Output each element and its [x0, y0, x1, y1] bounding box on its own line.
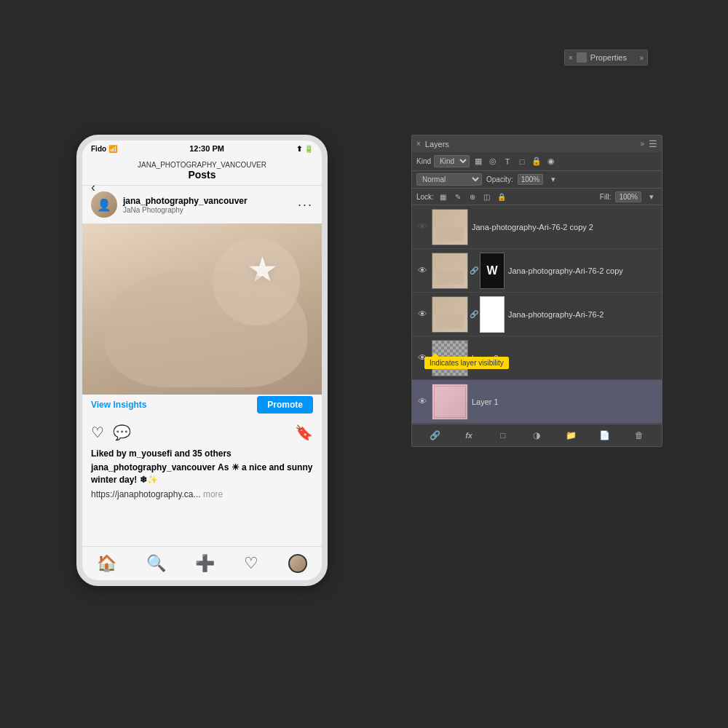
- properties-expand-button[interactable]: »: [639, 54, 644, 62]
- search-nav-icon[interactable]: 🔍: [146, 554, 166, 573]
- smart-filter-icon[interactable]: ◉: [545, 156, 557, 167]
- ig-promote-row: View Insights Promote: [82, 395, 322, 418]
- layer-name: Layer 1: [472, 397, 657, 406]
- battery-icon: 🔋: [304, 145, 313, 153]
- like-button[interactable]: ♡: [91, 424, 104, 441]
- kind-dropdown[interactable]: Kind: [434, 155, 470, 167]
- opacity-value[interactable]: 100%: [518, 174, 544, 185]
- status-bar: Fido 📶 12:30 PM ⬆ 🔋: [82, 141, 322, 157]
- user-info: jana_photography_vancouver JaNa Photogra…: [123, 196, 292, 214]
- properties-title: Properties: [590, 53, 627, 62]
- adjustment-filter-icon[interactable]: ◎: [487, 156, 499, 167]
- layer-name: Jana-photography-Ari-76-2 copy: [508, 266, 657, 275]
- ig-posts-title: Posts: [91, 169, 313, 181]
- layer-thumbnail: [432, 209, 468, 245]
- phone-mockup: Fido 📶 12:30 PM ⬆ 🔋 ‹ JANA_PHOTOGRAPHY_V…: [76, 135, 328, 586]
- layer-item[interactable]: 👁 🔗 Jana-photography-Ari-76-2: [412, 293, 662, 336]
- layers-title-left: × Layers: [416, 140, 449, 149]
- layer-item[interactable]: 👁 🔗 W Jana-photography-Ari-76-2 copy: [412, 249, 662, 293]
- lock-row: Lock: ▦ ✎ ⊕ ◫ 🔒 Fill: 100% ▾: [412, 189, 662, 205]
- shape-filter-icon[interactable]: □: [516, 156, 528, 167]
- avatar: 👤: [91, 191, 117, 218]
- ig-post-header: 👤 jana_photography_vancouver JaNa Photog…: [82, 186, 322, 223]
- status-right: ⬆ 🔋: [296, 145, 313, 153]
- layer-thumbnail-pair: 🔗: [432, 296, 505, 333]
- ig-actions: ♡ 💬 🔖: [82, 418, 322, 447]
- layer-thumbnail: [432, 384, 468, 420]
- new-group-icon[interactable]: 📁: [563, 428, 578, 443]
- kind-label: Kind: [416, 157, 431, 165]
- fill-arrow-icon[interactable]: ▾: [646, 191, 657, 202]
- lock-label: Lock:: [416, 193, 434, 201]
- ig-post-image: ★: [82, 223, 322, 395]
- ig-likes: Liked by m_yousefi and 35 others: [82, 447, 322, 460]
- opacity-label: Opacity:: [486, 175, 513, 183]
- layer-item[interactable]: 👁 Layer 1: [412, 380, 662, 424]
- comment-button[interactable]: 💬: [113, 424, 131, 441]
- visibility-icon-layer3[interactable]: 👁: [416, 309, 428, 320]
- pixel-filter-icon[interactable]: ▦: [472, 156, 484, 167]
- lock-lock-icon[interactable]: 🔒: [496, 191, 507, 202]
- layer-thumbnail-pair: 🔗 W: [432, 253, 505, 289]
- properties-titlebar: × Properties »: [565, 50, 647, 65]
- promote-button[interactable]: Promote: [257, 396, 313, 414]
- time-display: 12:30 PM: [189, 144, 224, 153]
- fx-icon[interactable]: fx: [462, 428, 476, 443]
- profile-nav-avatar[interactable]: [288, 554, 307, 573]
- wifi-icon: 📶: [108, 145, 117, 153]
- layers-panel: × Layers » ☰ Kind Kind ▦ ◎ T □ 🔒 ◉ Norma…: [411, 135, 662, 447]
- layers-title: Layers: [425, 140, 449, 149]
- layers-menu-icon[interactable]: ☰: [649, 138, 657, 149]
- layers-titlebar: × Layers » ☰: [412, 135, 662, 152]
- adjustment-icon[interactable]: ◑: [529, 428, 544, 443]
- lock-artboard-icon[interactable]: ⊕: [467, 191, 478, 202]
- more-link[interactable]: more: [203, 489, 223, 499]
- back-button[interactable]: ‹: [91, 180, 95, 195]
- properties-icon: [577, 52, 587, 63]
- lock-filter-icon[interactable]: 🔒: [531, 156, 542, 167]
- layer-name: Jana-photography-Ari-76-2: [508, 310, 657, 319]
- blend-row: Normal Opacity: 100% ▾: [412, 171, 662, 189]
- link-icon: 🔗: [470, 296, 478, 333]
- layers-close-button[interactable]: ×: [416, 140, 421, 148]
- ig-caption: jana_photography_vancouver As ☀ a nice a…: [82, 460, 322, 488]
- visibility-icon-layer1[interactable]: 👁: [416, 221, 428, 232]
- fill-value[interactable]: 100%: [615, 191, 641, 202]
- layers-bottom-toolbar: 🔗 fx □ ◑ 📁 📄 🗑: [412, 424, 662, 446]
- link-icon: 🔗: [470, 253, 478, 289]
- properties-close-button[interactable]: ×: [569, 54, 573, 62]
- ig-link-url[interactable]: https://janaphotography.ca...: [91, 489, 201, 499]
- visibility-icon-layer5[interactable]: 👁: [416, 396, 428, 407]
- caption-username[interactable]: jana_photography_vancouver: [91, 462, 215, 472]
- reels-nav-icon[interactable]: ♡: [244, 554, 258, 573]
- layers-list: 👁 Jana-photography-Ari-76-2 copy 2 👁 🔗 W…: [412, 205, 662, 424]
- instagram-header: ‹ JANA_PHOTOGRAPHY_VANCOUVER Posts: [82, 157, 322, 186]
- visibility-icon-layer2[interactable]: 👁: [416, 265, 428, 276]
- ig-handle: JANA_PHOTOGRAPHY_VANCOUVER: [91, 161, 313, 169]
- opacity-arrow-icon[interactable]: ▾: [547, 174, 559, 186]
- lock-position-icon[interactable]: ✎: [453, 191, 463, 202]
- ig-nav: 🏠 🔍 ➕ ♡: [82, 546, 322, 580]
- lock-pixels-icon[interactable]: ▦: [438, 191, 448, 202]
- layers-expand-button[interactable]: »: [640, 140, 644, 148]
- tooltip: Indicates layer visibility: [424, 357, 509, 369]
- link-layers-icon[interactable]: 🔗: [427, 428, 442, 443]
- create-nav-icon[interactable]: ➕: [195, 554, 215, 573]
- text-filter-icon[interactable]: T: [502, 156, 513, 167]
- blend-mode-dropdown[interactable]: Normal: [416, 173, 482, 186]
- home-nav-icon[interactable]: 🏠: [97, 554, 116, 573]
- layer-item[interactable]: 👁 Jana-photography-Ari-76-2 copy 2: [412, 205, 662, 249]
- add-mask-icon[interactable]: □: [496, 428, 510, 443]
- status-left: Fido 📶: [91, 145, 117, 153]
- ig-username[interactable]: jana_photography_vancouver: [123, 196, 292, 206]
- location-icon: ⬆: [296, 145, 302, 153]
- lock-all-icon[interactable]: ◫: [482, 191, 492, 202]
- more-options-button[interactable]: ···: [298, 197, 313, 213]
- new-layer-icon[interactable]: 📄: [598, 428, 612, 443]
- layers-toolbar: Kind Kind ▦ ◎ T □ 🔒 ◉: [412, 152, 662, 171]
- delete-layer-icon[interactable]: 🗑: [632, 428, 646, 443]
- properties-title-area: × Properties: [569, 52, 627, 63]
- bookmark-button[interactable]: 🔖: [295, 424, 313, 441]
- view-insights-link[interactable]: View Insights: [91, 400, 257, 410]
- fill-label: Fill:: [600, 193, 612, 201]
